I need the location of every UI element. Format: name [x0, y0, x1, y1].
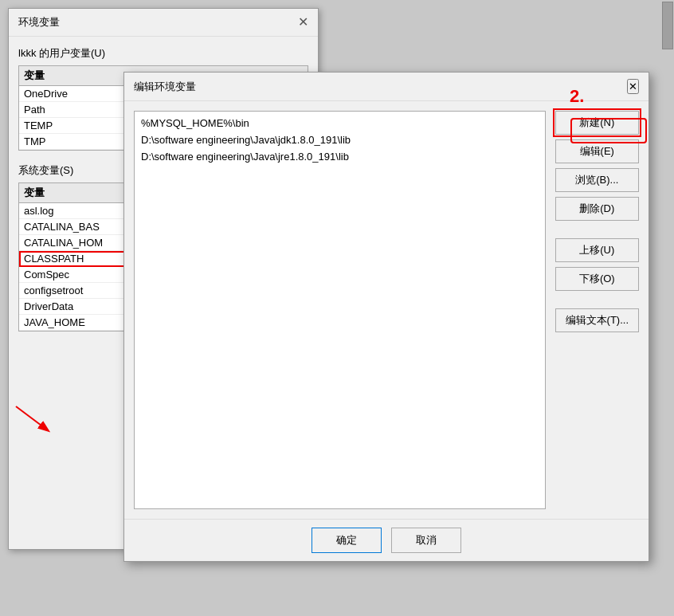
list-item[interactable]: D:\software engineering\Java\jre1.8.0_19… — [138, 148, 542, 165]
move-down-button[interactable]: 下移(O) — [555, 267, 639, 291]
cancel-button[interactable]: 取消 — [391, 528, 461, 553]
edit-button[interactable]: 编辑(E) — [555, 139, 639, 163]
move-up-button[interactable]: 上移(U) — [555, 238, 639, 262]
list-item[interactable]: D:\software engineering\Java\jdk1.8.0_19… — [138, 131, 542, 148]
edit-dialog-titlebar: 编辑环境变量 ✕ — [124, 73, 649, 101]
scrollbar[interactable] — [661, 0, 674, 616]
delete-button[interactable]: 删除(D) — [555, 197, 639, 221]
edit-text-button[interactable]: 编辑文本(T)... — [555, 308, 639, 332]
edit-dialog-close-button[interactable]: ✕ — [627, 79, 639, 94]
edit-path-list[interactable]: %MYSQL_HOME%\bin D:\software engineering… — [134, 111, 546, 509]
edit-dialog-title: 编辑环境变量 — [134, 80, 196, 94]
edit-action-buttons: 新建(N) 编辑(E) 浏览(B)... 删除(D) 上移(U) 下移(O) 编… — [555, 111, 639, 509]
scrollbar-thumb[interactable] — [662, 2, 673, 49]
new-button[interactable]: 新建(N) — [555, 111, 639, 135]
env-dialog-close-button[interactable]: ✕ — [298, 16, 308, 29]
edit-dialog-body: %MYSQL_HOME%\bin D:\software engineering… — [124, 101, 649, 519]
list-item[interactable]: %MYSQL_HOME%\bin — [138, 115, 542, 131]
user-vars-section-title: lkkk 的用户变量(U) — [18, 46, 308, 61]
edit-dialog-footer: 确定 取消 — [124, 519, 649, 561]
ok-button[interactable]: 确定 — [312, 528, 382, 553]
env-dialog-titlebar: 环境变量 ✕ — [9, 9, 318, 37]
edit-env-dialog: 编辑环境变量 ✕ %MYSQL_HOME%\bin D:\software en… — [123, 72, 649, 562]
env-dialog-title: 环境变量 — [18, 15, 60, 29]
browse-button[interactable]: 浏览(B)... — [555, 168, 639, 192]
